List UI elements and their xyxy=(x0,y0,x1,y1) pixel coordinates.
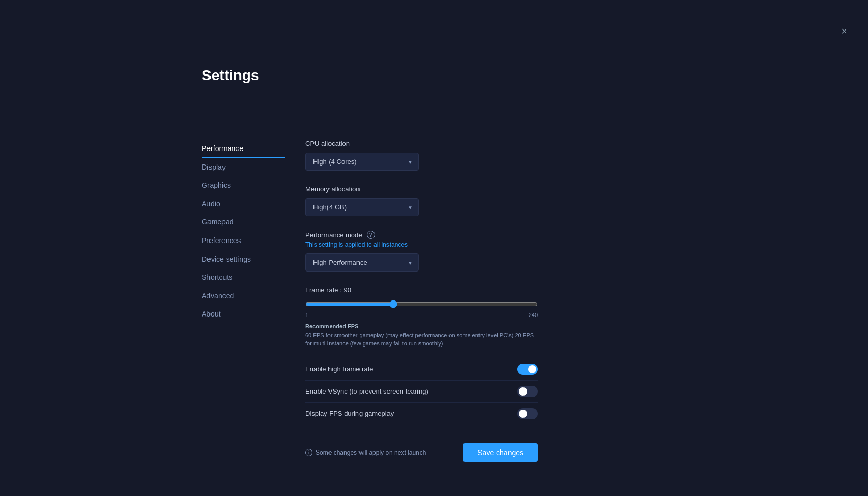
footer-notice-text: Some changes will apply on next launch xyxy=(316,449,426,456)
sidebar-item-graphics[interactable]: Graphics xyxy=(202,176,285,195)
frame-rate-label: Frame rate : 90 xyxy=(305,286,564,294)
memory-allocation-select-wrapper: Low (1 GB) Medium (2 GB) High(4 GB) Ultr… xyxy=(305,198,419,216)
sidebar-item-advanced[interactable]: Advanced xyxy=(202,287,285,306)
footer-notice: i Some changes will apply on next launch xyxy=(305,449,426,456)
toggles-container: Enable high frame rate Enable VSync (to … xyxy=(305,358,564,425)
footer-bar: i Some changes will apply on next launch… xyxy=(305,435,538,462)
toggle-knob-vsync xyxy=(519,387,527,396)
toggle-row-vsync: Enable VSync (to prevent screen tearing) xyxy=(305,381,538,403)
performance-mode-section: Performance mode ? This setting is appli… xyxy=(305,231,564,272)
close-button[interactable]: × xyxy=(841,26,847,36)
recommended-fps-text: Recommended FPS 60 FPS for smoother game… xyxy=(305,322,538,348)
frame-rate-slider[interactable] xyxy=(305,300,538,308)
save-changes-button[interactable]: Save changes xyxy=(463,443,538,462)
toggle-knob-display-fps xyxy=(519,410,527,418)
toggle-display-fps[interactable] xyxy=(517,408,538,419)
sidebar-item-device-settings[interactable]: Device settings xyxy=(202,250,285,269)
performance-mode-label-row: Performance mode ? xyxy=(305,231,564,239)
memory-allocation-section: Memory allocation Low (1 GB) Medium (2 G… xyxy=(305,185,564,216)
memory-allocation-label: Memory allocation xyxy=(305,185,564,193)
toggle-label-high-frame-rate: Enable high frame rate xyxy=(305,365,373,373)
frame-rate-section: Frame rate : 90 1 240 Recommended FPS 60… xyxy=(305,286,564,348)
performance-mode-select-wrapper: Balanced High Performance Power Saving ▼ xyxy=(305,253,419,272)
performance-mode-select[interactable]: Balanced High Performance Power Saving xyxy=(305,253,419,272)
sidebar-item-audio[interactable]: Audio xyxy=(202,195,285,214)
sidebar-item-gamepad[interactable]: Gamepad xyxy=(202,213,285,232)
performance-mode-label: Performance mode xyxy=(305,231,363,239)
toggle-vsync[interactable] xyxy=(517,386,538,397)
toggle-high-frame-rate[interactable] xyxy=(517,364,538,375)
recommended-fps-description: 60 FPS for smoother gameplay (may effect… xyxy=(305,332,534,347)
slider-max-label: 240 xyxy=(529,312,538,318)
sidebar: Performance Display Graphics Audio Gamep… xyxy=(202,140,285,462)
slider-range-labels: 1 240 xyxy=(305,312,538,318)
toggle-row-display-fps: Display FPS during gameplay xyxy=(305,403,538,425)
sidebar-item-performance[interactable]: Performance xyxy=(202,140,285,158)
footer-notice-icon: i xyxy=(305,449,312,456)
cpu-allocation-select-wrapper: Low (1 Core) Medium (2 Cores) High (4 Co… xyxy=(305,153,419,171)
sidebar-item-display[interactable]: Display xyxy=(202,158,285,177)
sidebar-item-about[interactable]: About xyxy=(202,305,285,324)
performance-mode-info-icon[interactable]: ? xyxy=(367,231,375,239)
content-area: CPU allocation Low (1 Core) Medium (2 Co… xyxy=(285,140,564,462)
recommended-fps-title: Recommended FPS xyxy=(305,323,358,329)
toggle-knob-high-frame-rate xyxy=(528,365,536,373)
toggle-label-display-fps: Display FPS during gameplay xyxy=(305,410,394,417)
performance-mode-notice: This setting is applied to all instances xyxy=(305,241,564,248)
cpu-allocation-select[interactable]: Low (1 Core) Medium (2 Cores) High (4 Co… xyxy=(305,153,419,171)
sidebar-item-shortcuts[interactable]: Shortcuts xyxy=(202,268,285,287)
memory-allocation-select[interactable]: Low (1 GB) Medium (2 GB) High(4 GB) Ultr… xyxy=(305,198,419,216)
page-title: Settings xyxy=(202,67,259,84)
cpu-allocation-label: CPU allocation xyxy=(305,140,564,147)
toggle-label-vsync: Enable VSync (to prevent screen tearing) xyxy=(305,387,428,395)
sidebar-item-preferences[interactable]: Preferences xyxy=(202,232,285,250)
cpu-allocation-section: CPU allocation Low (1 Core) Medium (2 Co… xyxy=(305,140,564,171)
slider-min-label: 1 xyxy=(305,312,308,318)
toggle-row-high-frame-rate: Enable high frame rate xyxy=(305,358,538,381)
